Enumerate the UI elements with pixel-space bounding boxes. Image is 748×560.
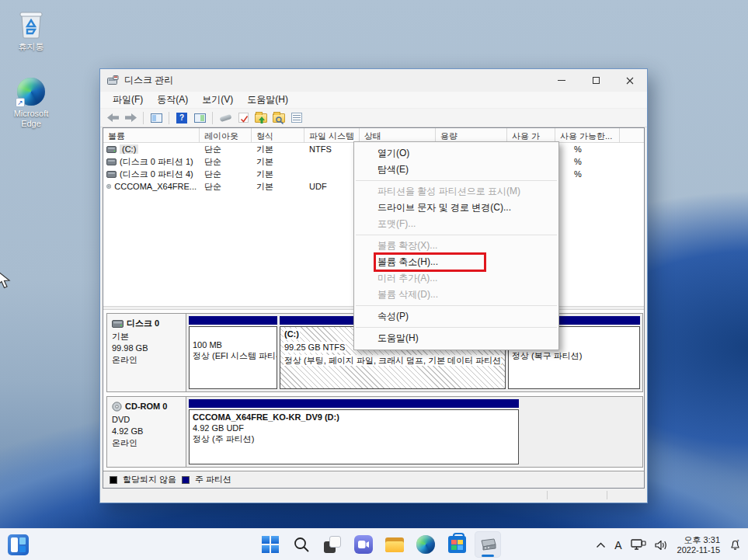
shortcut-arrow-icon: ↗ xyxy=(16,98,25,107)
col-filesystem[interactable]: 파일 시스템 xyxy=(304,128,360,142)
network-icon[interactable] xyxy=(631,539,646,551)
chat-icon xyxy=(354,535,373,554)
folder-up-icon[interactable] xyxy=(253,110,269,125)
volume-context-menu: 열기(O) 탐색(E) 파티션을 활성 파티션으로 표시(M) 드라이브 문자 … xyxy=(353,141,559,350)
menu-extend-volume: 볼륨 확장(X)... xyxy=(354,238,558,254)
toolbar: ? xyxy=(100,109,647,127)
cdrom0-row: CD-ROM 0 DVD 4.92 GB 온라인 CCCOMA_X64FRE_K… xyxy=(106,396,643,468)
maximize-button[interactable] xyxy=(579,69,613,92)
partition-color-bar xyxy=(189,399,519,408)
volume-icon[interactable] xyxy=(655,540,669,551)
disk-management-taskbar-button[interactable] xyxy=(475,531,501,558)
task-view-button[interactable] xyxy=(319,531,346,558)
drive-icon xyxy=(106,146,117,153)
disk0-info[interactable]: 디스크 0 기본 99.98 GB 온라인 xyxy=(107,314,186,391)
menu-open[interactable]: 열기(O) xyxy=(354,145,558,162)
mouse-cursor xyxy=(0,270,13,290)
desktop-icon-edge[interactable]: ↗ Microsoft Edge xyxy=(2,75,61,129)
back-icon[interactable] xyxy=(105,110,120,125)
menu-shrink-volume[interactable]: 볼륨 축소(H)... xyxy=(354,254,558,270)
legend-unallocated-label: 할당되지 않음 xyxy=(123,474,176,485)
ime-indicator[interactable]: A xyxy=(614,539,621,551)
titlebar[interactable]: 디스크 관리 xyxy=(100,69,647,92)
menu-change-drive-letter[interactable]: 드라이브 문자 및 경로 변경(C)... xyxy=(354,200,558,216)
store-button[interactable] xyxy=(444,531,470,558)
taskbar-clock[interactable]: 오후 3:31 2022-11-15 xyxy=(677,535,720,555)
col-type[interactable]: 형식 xyxy=(252,128,304,142)
recycle-bin-label: 휴지통 xyxy=(2,42,61,52)
col-free[interactable]: 사용 가 xyxy=(507,128,555,142)
check-task-icon[interactable] xyxy=(235,110,251,125)
rescan-disks-icon[interactable] xyxy=(217,110,233,125)
status-bar xyxy=(103,489,645,501)
disk-management-icon xyxy=(479,537,496,551)
svg-text:z: z xyxy=(737,538,739,543)
partition-dvd[interactable]: CCCOMA_X64FRE_KO-KR_DV9 (D:) 4.92 GB UDF… xyxy=(189,399,519,464)
menu-properties[interactable]: 속성(P) xyxy=(354,308,558,325)
col-available[interactable]: 사용 가능한... xyxy=(555,128,620,142)
menu-file[interactable]: 파일(F) xyxy=(106,92,150,108)
edge-icon: ↗ xyxy=(17,78,45,106)
notification-bell-icon[interactable]: z xyxy=(729,538,742,551)
start-button[interactable] xyxy=(257,531,284,558)
col-volume[interactable]: 볼륨 xyxy=(103,128,200,142)
file-explorer-button[interactable] xyxy=(381,531,408,558)
col-layout[interactable]: 레이아웃 xyxy=(200,128,252,142)
task-view-icon xyxy=(324,536,341,553)
desktop-icon-recycle-bin[interactable]: 휴지통 xyxy=(2,8,61,52)
drive-icon xyxy=(106,171,117,178)
menu-view[interactable]: 보기(V) xyxy=(195,92,240,108)
disk-management-app-icon xyxy=(107,75,119,85)
folder-find-icon[interactable] xyxy=(271,110,287,125)
disc-icon xyxy=(106,182,111,191)
properties-icon[interactable] xyxy=(289,110,304,125)
recycle-bin-icon xyxy=(2,8,61,39)
menu-action[interactable]: 동작(A) xyxy=(150,92,195,108)
menu-mark-active: 파티션을 활성 파티션으로 표시(M) xyxy=(354,183,558,200)
tray-chevron-icon[interactable] xyxy=(596,542,606,548)
menu-bar: 파일(F) 동작(A) 보기(V) 도움말(H) xyxy=(100,92,647,109)
disk-icon xyxy=(112,320,124,328)
cdrom-icon xyxy=(112,402,122,412)
chat-button[interactable] xyxy=(350,531,377,558)
file-explorer-icon xyxy=(385,537,404,552)
menu-delete-volume: 볼륨 삭제(D)... xyxy=(354,287,558,303)
desktop: 휴지통 ↗ Microsoft Edge 디스크 관리 xyxy=(0,0,748,560)
search-button[interactable] xyxy=(288,531,315,558)
partition-color-bar xyxy=(189,316,277,325)
edge-button[interactable] xyxy=(412,531,439,558)
store-icon xyxy=(448,536,466,553)
search-icon xyxy=(293,536,310,553)
legend-primary-swatch xyxy=(182,476,190,484)
minimize-button[interactable] xyxy=(544,69,579,92)
clock-date: 2022-11-15 xyxy=(677,545,720,555)
windows-logo-icon xyxy=(262,536,279,553)
col-capacity[interactable]: 용량 xyxy=(436,128,507,142)
edge-icon xyxy=(416,535,435,554)
widgets-button[interactable] xyxy=(8,534,29,555)
partition-efi[interactable]: 100 MB 정상 (EFI 시스템 파티션) xyxy=(189,316,277,389)
clock-time: 오후 3:31 xyxy=(677,535,720,545)
action-pane-icon[interactable] xyxy=(192,110,207,125)
console-tree-icon[interactable] xyxy=(148,110,164,125)
edge-label: Microsoft Edge xyxy=(4,109,58,129)
drive-icon xyxy=(106,158,117,165)
taskbar: A 오후 3:31 2022-11-15 z xyxy=(0,528,748,560)
menu-add-mirror: 미러 추가(A)... xyxy=(354,270,558,287)
legend-primary-label: 주 파티션 xyxy=(195,474,231,485)
col-status[interactable]: 상태 xyxy=(360,128,436,142)
legend: 할당되지 않음 주 파티션 xyxy=(103,471,644,488)
cdrom0-info[interactable]: CD-ROM 0 DVD 4.92 GB 온라인 xyxy=(107,397,186,467)
menu-help[interactable]: 도움말(H) xyxy=(354,330,558,346)
window-title: 디스크 관리 xyxy=(124,74,544,87)
close-button[interactable] xyxy=(613,69,647,92)
menu-explore[interactable]: 탐색(E) xyxy=(354,162,558,178)
legend-unallocated-swatch xyxy=(110,476,117,484)
menu-format: 포맷(F)... xyxy=(354,216,558,232)
help-icon[interactable]: ? xyxy=(174,110,190,125)
forward-icon[interactable] xyxy=(123,110,138,125)
menu-help[interactable]: 도움말(H) xyxy=(240,92,295,108)
